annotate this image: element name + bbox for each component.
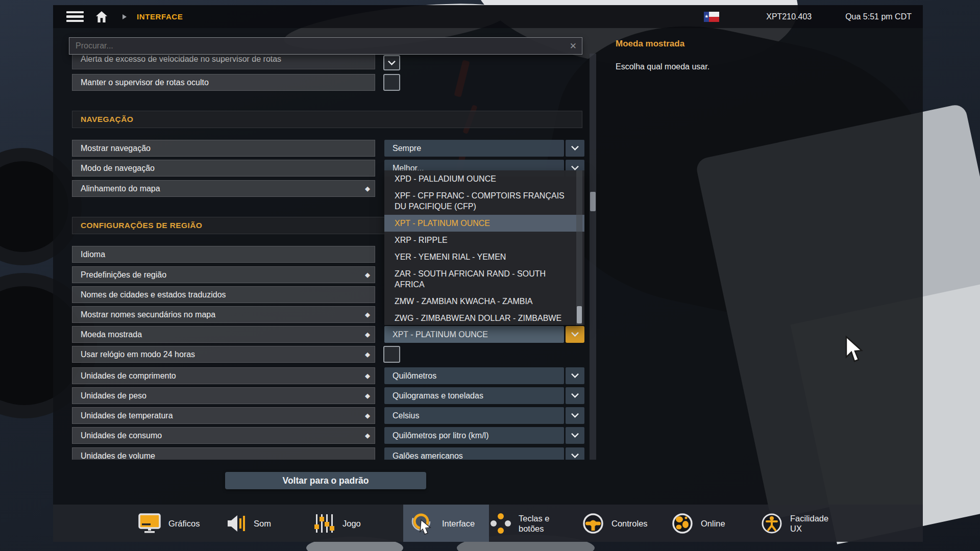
bottom-nav: Gráficos Som Jogo [53, 505, 923, 542]
volume-units-dropdown[interactable]: Galões americanos [384, 447, 564, 460]
setting-row-weight-units[interactable]: Unidades de peso ◆ [72, 387, 375, 404]
search-input[interactable] [69, 41, 565, 51]
temperature-units-dropdown[interactable]: Celsius [384, 407, 564, 424]
currency-dropdown[interactable]: XPT - PLATINUM OUNCE [384, 326, 564, 343]
tab-label: Online [701, 518, 725, 529]
clear-search-icon[interactable]: ✕ [565, 41, 582, 52]
length-units-dropdown[interactable]: Quilômetros [384, 367, 564, 384]
dropdown-option[interactable]: ZAR - SOUTH AFRICAN RAND - SOUTH AFRICA [384, 265, 584, 293]
tab-label: Gráficos [168, 518, 200, 529]
consumption-units-dropdown[interactable]: Quilômetros por litro (km/l) [384, 427, 564, 444]
setting-row-nav-mode[interactable]: Modo de navegação [72, 160, 375, 177]
globe-icon [671, 512, 694, 535]
tab-label: Interface [442, 518, 475, 529]
dropdown-option[interactable]: YER - YEMENI RIAL - YEMEN [384, 248, 584, 265]
tab-som[interactable]: Som [227, 505, 271, 542]
modified-diamond-icon: ◆ [365, 412, 375, 419]
setting-label: Mostrar navegação [72, 144, 375, 153]
accessibility-icon [761, 512, 783, 535]
setting-row-length-units[interactable]: Unidades de comprimento ◆ [72, 367, 375, 384]
modified-diamond-icon: ◆ [365, 392, 375, 399]
popup-scrollbar-thumb[interactable] [577, 306, 582, 323]
mouse-cursor [845, 336, 865, 365]
setting-row-volume-units[interactable]: Unidades de volume [72, 447, 375, 460]
dropdown-option[interactable]: ZMW - ZAMBIAN KWACHA - ZAMBIA [384, 293, 584, 310]
modified-diamond-icon: ◆ [365, 331, 375, 338]
setting-row-clock24[interactable]: Usar relógio em modo 24 horas ◆ [72, 346, 375, 363]
section-header-navigation: NAVEGAÇÃO [72, 111, 582, 128]
cursor-click-icon [411, 512, 435, 535]
currency-dropdown-button[interactable] [566, 326, 584, 343]
setting-row-show-nav[interactable]: Mostrar navegação [72, 140, 375, 157]
buttons-icon [490, 513, 511, 534]
tab-jogo[interactable]: Jogo [314, 505, 361, 542]
volume-units-dropdown-button[interactable] [566, 447, 584, 460]
setting-row-consumption-units[interactable]: Unidades de consumo ◆ [72, 427, 375, 444]
weight-units-dropdown-button[interactable] [566, 387, 584, 404]
tab-label: Controles [611, 518, 648, 529]
modified-diamond-icon: ◆ [365, 372, 375, 380]
list-scrollbar[interactable] [590, 54, 596, 460]
setting-row-temperature-units[interactable]: Unidades de temperatura ◆ [72, 407, 375, 424]
reset-defaults-button[interactable]: Voltar para o padrão [225, 472, 426, 489]
weight-units-dropdown[interactable]: Quilogramas e toneladas [384, 387, 564, 404]
search-box[interactable]: ✕ [69, 37, 582, 55]
setting-label: Alinhamento do mapa [72, 184, 365, 193]
length-units-dropdown-button[interactable] [566, 367, 584, 384]
setting-label: Idioma [72, 250, 375, 259]
modified-diamond-icon: ◆ [365, 271, 375, 279]
tab-controles[interactable]: Controles [582, 505, 648, 542]
currency-dropdown-popup: XPD - PALLADIUM OUNCE XPF - CFP FRANC - … [384, 170, 584, 325]
consumption-units-dropdown-button[interactable] [566, 427, 584, 444]
setting-row-alert[interactable]: Alerta de excesso de velocidade no super… [72, 54, 375, 69]
hide-advisor-checkbox[interactable] [383, 74, 400, 91]
popup-scrollbar[interactable] [576, 170, 582, 325]
modified-diamond-icon: ◆ [365, 311, 375, 318]
setting-row-hide-advisor[interactable]: Manter o supervisor de rotas oculto [72, 74, 375, 91]
texas-flag-icon: ★ [704, 12, 719, 22]
tab-label: Som [254, 518, 271, 529]
setting-label: Unidades de consumo [72, 431, 365, 440]
temperature-units-dropdown-button[interactable] [566, 407, 584, 424]
dropdown-option-selected[interactable]: XPT - PLATINUM OUNCE [384, 215, 584, 232]
setting-row-language[interactable]: Idioma [72, 246, 375, 263]
home-icon[interactable] [94, 10, 109, 24]
setting-label: Nomes de cidades e estados traduzidos [72, 290, 375, 299]
tab-online[interactable]: Online [671, 505, 725, 542]
setting-label: Modo de navegação [72, 164, 375, 173]
setting-label: Unidades de volume [72, 452, 375, 460]
list-scrollbar-thumb[interactable] [590, 192, 596, 211]
dropdown-option[interactable]: XPF - CFP FRANC - COMPTOIRS FRANÇAIS DU … [384, 187, 584, 215]
dropdown-option[interactable]: ZWG - ZIMBABWEAN DOLLAR - ZIMBABWE [384, 310, 584, 325]
monitor-icon [138, 513, 161, 534]
tab-label: Jogo [342, 518, 361, 529]
modified-diamond-icon: ◆ [365, 432, 375, 439]
help-description: Escolha qual moeda usar. [616, 62, 709, 71]
clock-label: Qua 5:51 pm CDT [845, 12, 912, 21]
tab-label: Facilidade UX [790, 513, 833, 534]
tab-facilidade-ux[interactable]: Facilidade UX [761, 505, 833, 542]
setting-row-region-presets[interactable]: Predefinições de região ◆ [72, 266, 375, 283]
help-title: Moeda mostrada [616, 39, 684, 49]
setting-row-currency[interactable]: Moeda mostrada ◆ [72, 326, 375, 343]
setting-label: Unidades de temperatura [72, 411, 365, 420]
dropdown-option[interactable]: XRP - RIPPLE [384, 232, 584, 248]
setting-row-secondary-names[interactable]: Mostrar nomes secundários no mapa ◆ [72, 306, 375, 323]
menu-icon[interactable] [66, 11, 84, 22]
alert-dropdown-button[interactable] [383, 55, 400, 70]
tab-graficos[interactable]: Gráficos [138, 505, 200, 542]
show-nav-dropdown-button[interactable] [566, 140, 584, 157]
setting-label: Manter o supervisor de rotas oculto [72, 78, 375, 87]
setting-row-map-align[interactable]: Alinhamento do mapa ◆ [72, 180, 375, 197]
show-nav-dropdown[interactable]: Sempre [384, 140, 564, 157]
tab-teclas-botoes[interactable]: Teclas e botões [490, 505, 561, 542]
steering-wheel-icon [582, 512, 604, 535]
tab-label: Teclas e botões [519, 513, 561, 534]
dropdown-option[interactable]: XPD - PALLADIUM OUNCE [384, 170, 584, 187]
modified-diamond-icon: ◆ [365, 350, 375, 358]
clock24-checkbox[interactable] [383, 346, 400, 363]
setting-row-city-names[interactable]: Nomes de cidades e estados traduzidos [72, 286, 375, 303]
setting-label: Unidades de peso [72, 391, 365, 400]
tab-interface[interactable]: Interface [403, 505, 489, 542]
screen: INTERFACE ★ XPT210.403 Qua 5:51 pm CDT ✕… [0, 0, 980, 551]
